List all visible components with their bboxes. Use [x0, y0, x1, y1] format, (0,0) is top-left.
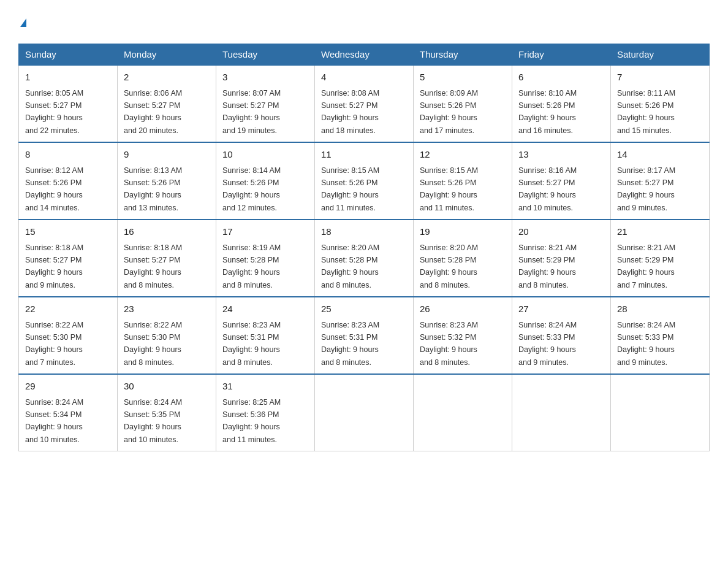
day-sun-info: Sunrise: 8:25 AM Sunset: 5:36 PM Dayligh…: [222, 398, 281, 444]
day-sun-info: Sunrise: 8:10 AM Sunset: 5:26 PM Dayligh…: [518, 89, 577, 135]
day-sun-info: Sunrise: 8:21 AM Sunset: 5:29 PM Dayligh…: [518, 243, 577, 289]
calendar-day-27: 27Sunrise: 8:24 AM Sunset: 5:33 PM Dayli…: [512, 297, 611, 374]
day-sun-info: Sunrise: 8:16 AM Sunset: 5:27 PM Dayligh…: [518, 166, 577, 212]
header-wednesday: Wednesday: [315, 44, 414, 66]
day-number: 28: [617, 302, 703, 316]
calendar-day-15: 15Sunrise: 8:18 AM Sunset: 5:27 PM Dayli…: [19, 220, 118, 297]
day-sun-info: Sunrise: 8:20 AM Sunset: 5:28 PM Dayligh…: [420, 243, 478, 289]
day-sun-info: Sunrise: 8:19 AM Sunset: 5:28 PM Dayligh…: [222, 243, 281, 289]
calendar-day-5: 5Sunrise: 8:09 AM Sunset: 5:26 PM Daylig…: [414, 65, 512, 142]
day-number: 5: [420, 71, 506, 85]
page-header: [18, 18, 710, 31]
empty-day-cell: [315, 374, 414, 451]
day-number: 7: [617, 71, 703, 85]
day-sun-info: Sunrise: 8:24 AM Sunset: 5:34 PM Dayligh…: [25, 398, 83, 444]
logo: [18, 18, 26, 31]
calendar-week-row: 15Sunrise: 8:18 AM Sunset: 5:27 PM Dayli…: [19, 220, 710, 297]
day-number: 8: [25, 148, 111, 162]
day-sun-info: Sunrise: 8:05 AM Sunset: 5:27 PM Dayligh…: [25, 89, 83, 135]
day-sun-info: Sunrise: 8:24 AM Sunset: 5:33 PM Dayligh…: [617, 321, 675, 367]
day-sun-info: Sunrise: 8:09 AM Sunset: 5:26 PM Dayligh…: [420, 89, 478, 135]
day-number: 10: [222, 148, 308, 162]
day-sun-info: Sunrise: 8:23 AM Sunset: 5:31 PM Dayligh…: [222, 321, 281, 367]
calendar-day-22: 22Sunrise: 8:22 AM Sunset: 5:30 PM Dayli…: [19, 297, 118, 374]
calendar-day-10: 10Sunrise: 8:14 AM Sunset: 5:26 PM Dayli…: [216, 142, 315, 220]
day-sun-info: Sunrise: 8:17 AM Sunset: 5:27 PM Dayligh…: [617, 166, 675, 212]
day-number: 24: [222, 302, 308, 316]
day-number: 23: [124, 302, 210, 316]
calendar-day-12: 12Sunrise: 8:15 AM Sunset: 5:26 PM Dayli…: [414, 142, 512, 220]
day-sun-info: Sunrise: 8:23 AM Sunset: 5:31 PM Dayligh…: [321, 321, 379, 367]
calendar-day-28: 28Sunrise: 8:24 AM Sunset: 5:33 PM Dayli…: [611, 297, 710, 374]
day-number: 20: [518, 225, 604, 239]
day-sun-info: Sunrise: 8:22 AM Sunset: 5:30 PM Dayligh…: [124, 321, 182, 367]
logo-triangle-icon: [20, 18, 26, 27]
day-number: 3: [222, 71, 308, 85]
day-sun-info: Sunrise: 8:14 AM Sunset: 5:26 PM Dayligh…: [222, 166, 281, 212]
day-number: 4: [321, 71, 407, 85]
calendar-day-16: 16Sunrise: 8:18 AM Sunset: 5:27 PM Dayli…: [118, 220, 216, 297]
calendar-week-row: 29Sunrise: 8:24 AM Sunset: 5:34 PM Dayli…: [19, 374, 710, 451]
day-sun-info: Sunrise: 8:21 AM Sunset: 5:29 PM Dayligh…: [617, 243, 675, 289]
calendar-day-30: 30Sunrise: 8:24 AM Sunset: 5:35 PM Dayli…: [118, 374, 216, 451]
calendar-day-8: 8Sunrise: 8:12 AM Sunset: 5:26 PM Daylig…: [19, 142, 118, 220]
calendar-table: SundayMondayTuesdayWednesdayThursdayFrid…: [18, 44, 710, 451]
calendar-week-row: 8Sunrise: 8:12 AM Sunset: 5:26 PM Daylig…: [19, 142, 710, 220]
calendar-day-3: 3Sunrise: 8:07 AM Sunset: 5:27 PM Daylig…: [216, 65, 315, 142]
day-sun-info: Sunrise: 8:24 AM Sunset: 5:35 PM Dayligh…: [124, 398, 182, 444]
day-number: 31: [222, 380, 308, 394]
day-number: 25: [321, 302, 407, 316]
day-number: 1: [25, 71, 111, 85]
day-number: 22: [25, 302, 111, 316]
calendar-day-23: 23Sunrise: 8:22 AM Sunset: 5:30 PM Dayli…: [118, 297, 216, 374]
day-number: 11: [321, 148, 407, 162]
header-tuesday: Tuesday: [216, 44, 315, 66]
day-number: 29: [25, 380, 111, 394]
day-number: 13: [518, 148, 604, 162]
day-number: 6: [518, 71, 604, 85]
day-sun-info: Sunrise: 8:18 AM Sunset: 5:27 PM Dayligh…: [25, 243, 83, 289]
day-number: 16: [124, 225, 210, 239]
day-number: 30: [124, 380, 210, 394]
calendar-day-11: 11Sunrise: 8:15 AM Sunset: 5:26 PM Dayli…: [315, 142, 414, 220]
calendar-day-13: 13Sunrise: 8:16 AM Sunset: 5:27 PM Dayli…: [512, 142, 611, 220]
day-number: 2: [124, 71, 210, 85]
day-sun-info: Sunrise: 8:18 AM Sunset: 5:27 PM Dayligh…: [124, 243, 182, 289]
day-sun-info: Sunrise: 8:12 AM Sunset: 5:26 PM Dayligh…: [25, 166, 83, 212]
calendar-day-1: 1Sunrise: 8:05 AM Sunset: 5:27 PM Daylig…: [19, 65, 118, 142]
calendar-day-29: 29Sunrise: 8:24 AM Sunset: 5:34 PM Dayli…: [19, 374, 118, 451]
calendar-day-20: 20Sunrise: 8:21 AM Sunset: 5:29 PM Dayli…: [512, 220, 611, 297]
calendar-day-18: 18Sunrise: 8:20 AM Sunset: 5:28 PM Dayli…: [315, 220, 414, 297]
day-sun-info: Sunrise: 8:13 AM Sunset: 5:26 PM Dayligh…: [124, 166, 182, 212]
header-friday: Friday: [512, 44, 611, 66]
header-sunday: Sunday: [19, 44, 118, 66]
day-sun-info: Sunrise: 8:15 AM Sunset: 5:26 PM Dayligh…: [420, 166, 478, 212]
calendar-day-24: 24Sunrise: 8:23 AM Sunset: 5:31 PM Dayli…: [216, 297, 315, 374]
calendar-header-row: SundayMondayTuesdayWednesdayThursdayFrid…: [19, 44, 710, 66]
empty-day-cell: [414, 374, 512, 451]
day-number: 26: [420, 302, 506, 316]
day-sun-info: Sunrise: 8:23 AM Sunset: 5:32 PM Dayligh…: [420, 321, 478, 367]
day-number: 19: [420, 225, 506, 239]
calendar-day-6: 6Sunrise: 8:10 AM Sunset: 5:26 PM Daylig…: [512, 65, 611, 142]
calendar-week-row: 22Sunrise: 8:22 AM Sunset: 5:30 PM Dayli…: [19, 297, 710, 374]
calendar-day-2: 2Sunrise: 8:06 AM Sunset: 5:27 PM Daylig…: [118, 65, 216, 142]
calendar-day-21: 21Sunrise: 8:21 AM Sunset: 5:29 PM Dayli…: [611, 220, 710, 297]
day-number: 27: [518, 302, 604, 316]
day-number: 12: [420, 148, 506, 162]
day-number: 18: [321, 225, 407, 239]
calendar-day-4: 4Sunrise: 8:08 AM Sunset: 5:27 PM Daylig…: [315, 65, 414, 142]
day-sun-info: Sunrise: 8:22 AM Sunset: 5:30 PM Dayligh…: [25, 321, 83, 367]
day-sun-info: Sunrise: 8:20 AM Sunset: 5:28 PM Dayligh…: [321, 243, 379, 289]
calendar-day-19: 19Sunrise: 8:20 AM Sunset: 5:28 PM Dayli…: [414, 220, 512, 297]
calendar-day-25: 25Sunrise: 8:23 AM Sunset: 5:31 PM Dayli…: [315, 297, 414, 374]
empty-day-cell: [611, 374, 710, 451]
header-monday: Monday: [118, 44, 216, 66]
day-sun-info: Sunrise: 8:24 AM Sunset: 5:33 PM Dayligh…: [518, 321, 577, 367]
day-sun-info: Sunrise: 8:06 AM Sunset: 5:27 PM Dayligh…: [124, 89, 182, 135]
day-sun-info: Sunrise: 8:11 AM Sunset: 5:26 PM Dayligh…: [617, 89, 675, 135]
calendar-day-17: 17Sunrise: 8:19 AM Sunset: 5:28 PM Dayli…: [216, 220, 315, 297]
empty-day-cell: [512, 374, 611, 451]
day-number: 14: [617, 148, 703, 162]
day-number: 15: [25, 225, 111, 239]
